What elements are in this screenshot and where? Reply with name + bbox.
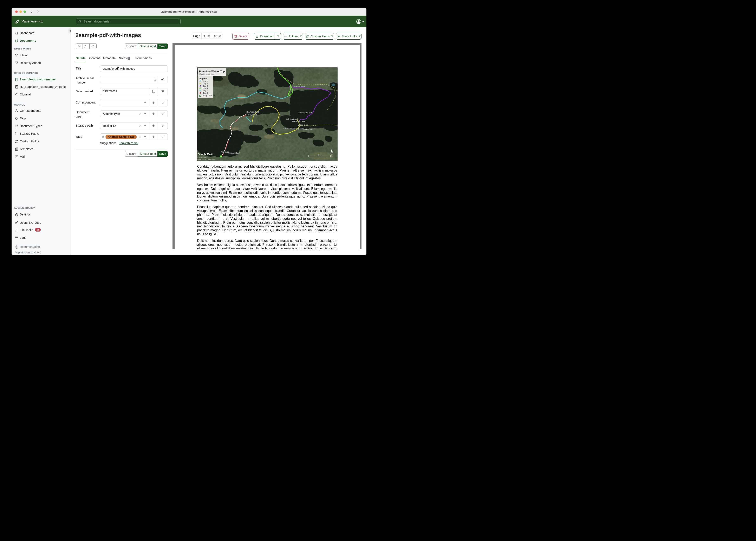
svg-text:Squirrel Island: Squirrel Island (303, 129, 314, 130)
svg-text:Google Earth: Google Earth (198, 153, 214, 156)
svg-text:Hausons Island: Hausons Island (293, 86, 305, 87)
svg-text:Text: Text (265, 124, 271, 127)
svg-text:Day 5: Day 5 (203, 90, 208, 92)
svg-text:New York Island: New York Island (246, 111, 259, 113)
svg-text:Entry Point 24: Entry Point 24 (203, 94, 215, 97)
svg-text:Lincoln Island: Lincoln Island (298, 124, 308, 126)
svg-text:Indian Grave Island: Indian Grave Island (298, 112, 313, 114)
svg-text:Day 4: Day 4 (203, 87, 208, 90)
svg-text:Charlies Island: Charlies Island (228, 152, 240, 154)
svg-text:Day 2: Day 2 (203, 83, 208, 85)
svg-text:Mile Island: Mile Island (221, 151, 229, 153)
svg-text:N: N (331, 154, 332, 157)
svg-text:Canoe Island: Canoe Island (283, 128, 294, 130)
svg-text:Half Dog Island: Half Dog Island (286, 118, 298, 120)
svg-text:© 2017 Google: © 2017 Google (197, 157, 207, 158)
svg-text:Day 1: Day 1 (203, 80, 208, 82)
svg-text:Image © 2017 DigitalGlobe: Image © 2017 DigitalGlobe (197, 159, 215, 161)
svg-text:Washington Island: Washington Island (292, 121, 306, 123)
svg-text:Boundary Waters Trip: Boundary Waters Trip (199, 70, 225, 73)
svg-text:Day 3: Day 3 (203, 85, 208, 87)
svg-text:Day 6: Day 6 (203, 92, 208, 94)
svg-text:Six days in BWCA: Six days in BWCA (199, 73, 215, 75)
svg-text:Legend: Legend (199, 77, 207, 80)
svg-text:Norway Island: Norway Island (293, 128, 304, 130)
svg-text:Gary Island: Gary Island (248, 114, 257, 116)
svg-text:3 mi: 3 mi (318, 154, 321, 156)
